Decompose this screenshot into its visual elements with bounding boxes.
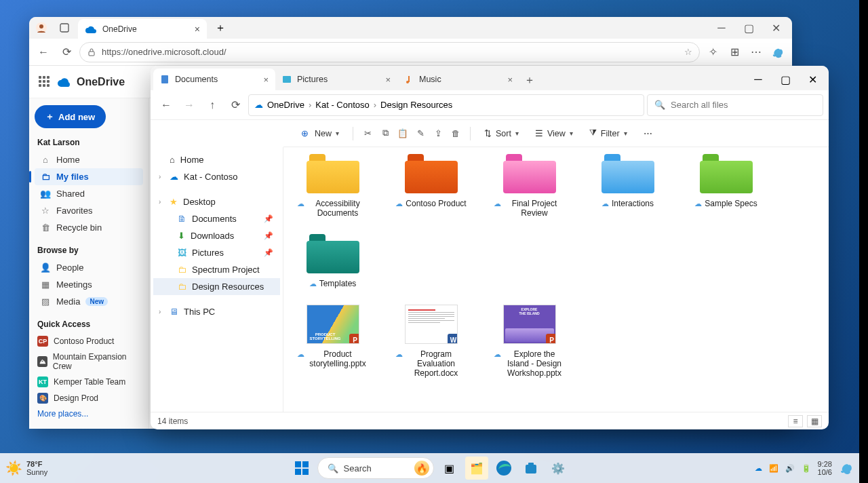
file-explorer-icon[interactable]: 🗂️ — [465, 457, 488, 480]
nav-downloads[interactable]: ⬇Downloads📌 — [153, 227, 280, 244]
profile-icon[interactable] — [32, 18, 51, 37]
chevron-right-icon[interactable]: › — [159, 198, 161, 206]
maximize-button[interactable]: ▢ — [772, 69, 799, 90]
copy-icon[interactable]: ⧉ — [379, 128, 391, 140]
add-new-button[interactable]: ＋ Add new — [35, 105, 106, 128]
browser-tab[interactable]: OneDrive × — [78, 19, 207, 39]
onedrive-tray-icon[interactable]: ☁ — [755, 464, 762, 473]
folder-item[interactable]: ☁Accessibility Documents — [297, 154, 368, 218]
nav-spectrum-project[interactable]: 🗀Spectrum Project — [153, 261, 280, 278]
folder-item[interactable]: ☁Contoso Product — [395, 154, 467, 218]
up-button[interactable]: ↑ — [202, 95, 222, 115]
folder-item[interactable]: ☁Templates — [297, 234, 368, 288]
trending-icon[interactable]: 🔥 — [414, 461, 429, 476]
breadcrumb[interactable]: ☁ OneDrive › Kat - Contoso › Design Reso… — [248, 94, 644, 116]
pin-icon[interactable]: 📌 — [264, 231, 273, 240]
quick-access-item[interactable]: CPContoso Product — [35, 333, 143, 349]
forward-button[interactable]: → — [179, 95, 199, 115]
nav-recycle-bin[interactable]: 🗑Recycle bin — [35, 219, 143, 236]
store-icon[interactable] — [519, 457, 542, 480]
settings-icon[interactable]: ⚙️ — [547, 457, 570, 480]
collections-icon[interactable]: ⊞ — [724, 42, 745, 62]
battery-icon[interactable]: 🔋 — [802, 464, 811, 473]
paste-icon[interactable]: 📋 — [397, 128, 409, 140]
volume-icon[interactable]: 🔊 — [785, 464, 795, 473]
start-button[interactable] — [290, 457, 313, 480]
details-view-icon[interactable]: ≡ — [788, 415, 803, 427]
back-button[interactable]: ← — [156, 95, 176, 115]
explorer-tab[interactable]: Pictures× — [275, 69, 397, 90]
nav-my-files[interactable]: 🗀My files — [35, 168, 143, 185]
folder-item[interactable]: ☁Interactions — [592, 154, 663, 218]
pin-icon[interactable]: 📌 — [264, 248, 273, 257]
tab-close-icon[interactable]: × — [263, 75, 269, 85]
edge-icon[interactable] — [492, 457, 515, 480]
tab-close-icon[interactable]: × — [385, 75, 391, 85]
folder-item[interactable]: ☁Final Project Review — [494, 154, 565, 218]
new-button[interactable]: ⊕New▾ — [293, 125, 344, 142]
favorite-star-icon[interactable]: ☆ — [684, 47, 692, 57]
nav-shared[interactable]: 👥Shared — [35, 185, 143, 202]
favorites-icon[interactable]: ✧ — [703, 42, 723, 62]
pin-icon[interactable]: 📌 — [264, 214, 273, 223]
sort-button[interactable]: ⇅Sort▾ — [479, 125, 524, 141]
file-item[interactable]: W ☁Program Evaluation Report.docx — [395, 305, 467, 378]
breadcrumb-item[interactable]: OneDrive — [267, 100, 304, 110]
url-text[interactable] — [102, 47, 679, 57]
minimize-button[interactable]: ─ — [745, 69, 772, 90]
nav-home[interactable]: ⌂Home — [35, 151, 143, 168]
close-button[interactable]: ✕ — [799, 69, 826, 90]
nav-design-resources[interactable]: 🗀Design Resources — [153, 278, 280, 295]
explorer-tab[interactable]: Documents× — [153, 69, 275, 90]
tab-close-icon[interactable]: × — [507, 75, 513, 85]
cut-icon[interactable]: ✂ — [361, 128, 374, 140]
refresh-button[interactable]: ⟳ — [225, 95, 245, 115]
quick-access-item[interactable]: 🎨Design Prod — [35, 390, 143, 406]
view-button[interactable]: ☰View▾ — [530, 125, 578, 141]
nav-desktop[interactable]: ›★Desktop — [153, 193, 280, 210]
folder-item[interactable]: ☁Sample Specs — [690, 154, 762, 218]
nav-kat-contoso[interactable]: ›☁Kat - Contoso — [153, 168, 280, 185]
share-icon[interactable]: ⇪ — [432, 128, 444, 140]
copilot-icon[interactable] — [768, 42, 788, 62]
maximize-button[interactable]: ▢ — [735, 17, 762, 39]
more-button[interactable]: ⋯ — [638, 125, 658, 141]
wifi-icon[interactable]: 📶 — [769, 464, 778, 473]
app-launcher-icon[interactable] — [39, 76, 51, 88]
delete-icon[interactable]: 🗑 — [450, 128, 462, 140]
file-item[interactable]: PRODUCTSTORYTELLING P ☁Product storytell… — [297, 305, 368, 378]
clock[interactable]: 9:28 10/6 — [818, 460, 832, 476]
url-input[interactable]: ☆ — [79, 42, 700, 62]
thumbnails-view-icon[interactable]: ▦ — [807, 415, 822, 427]
copilot-tray-icon[interactable] — [839, 461, 854, 476]
rename-icon[interactable]: ✎ — [414, 128, 427, 140]
back-button[interactable]: ← — [33, 42, 54, 62]
filter-button[interactable]: ⧩Filter▾ — [584, 125, 633, 141]
refresh-button[interactable]: ⟳ — [56, 42, 77, 62]
task-view-icon[interactable]: ▣ — [438, 457, 461, 480]
new-tab-button[interactable]: ＋ — [211, 18, 230, 37]
search-input[interactable]: 🔍 Search all files — [647, 94, 823, 116]
tab-actions-icon[interactable] — [55, 18, 74, 37]
taskbar-search[interactable]: 🔍 Search 🔥 — [317, 457, 434, 479]
explorer-tab[interactable]: Music× — [397, 69, 519, 90]
new-tab-button[interactable]: ＋ — [519, 70, 540, 90]
chevron-right-icon[interactable]: › — [159, 308, 161, 315]
nav-documents[interactable]: 🗎Documents📌 — [153, 210, 280, 227]
menu-icon[interactable]: ⋯ — [746, 42, 766, 62]
nav-favorites[interactable]: ☆Favorites — [35, 202, 143, 219]
tab-close-icon[interactable]: × — [195, 24, 200, 35]
browse-meetings[interactable]: ▦Meetings — [35, 276, 143, 293]
site-info-icon[interactable] — [87, 47, 96, 57]
breadcrumb-item[interactable]: Kat - Contoso — [315, 100, 370, 110]
browse-media[interactable]: ▨MediaNew — [35, 293, 143, 310]
file-item[interactable]: EXPLORETHE ISLAND P ☁Explore the Island … — [494, 305, 565, 378]
minimize-button[interactable]: ─ — [708, 17, 735, 39]
close-button[interactable]: ✕ — [762, 17, 789, 39]
quick-access-item[interactable]: ⛰Mountain Expansion Crew — [35, 349, 143, 374]
quick-access-item[interactable]: KTKemper Table Team — [35, 374, 143, 390]
browse-people[interactable]: 👤People — [35, 259, 143, 276]
more-places-link[interactable]: More places... — [35, 406, 143, 421]
nav-pictures[interactable]: 🖼Pictures📌 — [153, 244, 280, 261]
nav-this-pc[interactable]: ›🖥This PC — [153, 303, 280, 320]
